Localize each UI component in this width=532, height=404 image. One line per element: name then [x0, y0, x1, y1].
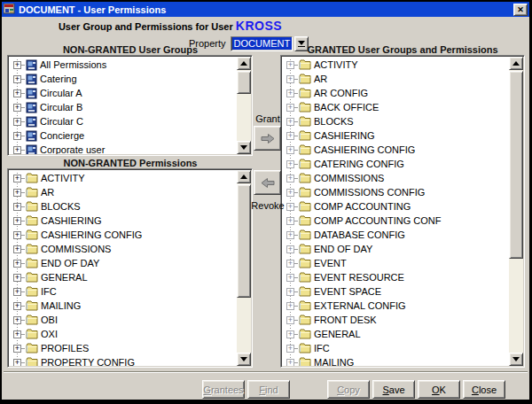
revoke-button[interactable] [254, 170, 281, 195]
expand-plus-icon[interactable]: + [13, 175, 21, 183]
tree-item[interactable]: +IFC [13, 284, 237, 299]
tree-item[interactable]: +ACTIVITY [286, 58, 509, 72]
tree-item[interactable]: +ACTIVITY [13, 171, 237, 185]
tree-item[interactable]: +EVENT [286, 256, 509, 270]
tree-item[interactable]: +Circular C [13, 114, 237, 128]
grant-button[interactable] [254, 126, 281, 151]
expand-plus-icon[interactable]: + [286, 316, 294, 324]
expand-plus-icon[interactable]: + [13, 302, 21, 310]
tree-item[interactable]: +IFC [286, 341, 509, 355]
tree-item[interactable]: +GENERAL [13, 270, 237, 284]
expand-plus-icon[interactable]: + [286, 175, 294, 183]
expand-plus-icon[interactable]: + [286, 160, 294, 168]
tree-item[interactable]: +CASHIERING [13, 214, 237, 228]
tree-item[interactable]: +Catering [13, 72, 237, 86]
expand-plus-icon[interactable]: + [286, 245, 294, 253]
scrollbar-thumb[interactable] [237, 71, 251, 94]
tree-item[interactable]: +CASHIERING CONFIG [286, 143, 509, 157]
tree-item[interactable]: +BACK OFFICE [286, 100, 509, 114]
tree-item[interactable]: +EXTERNAL CONFIG [286, 299, 509, 313]
tree-item[interactable]: +DATABASE CONFIG [286, 228, 509, 242]
expand-plus-icon[interactable]: + [13, 231, 21, 239]
expand-plus-icon[interactable]: + [13, 104, 21, 112]
tree-item[interactable]: +COMMISSIONS [286, 171, 509, 185]
expand-plus-icon[interactable]: + [13, 274, 21, 282]
expand-plus-icon[interactable]: + [286, 217, 294, 225]
close-icon[interactable]: ✕ [513, 4, 528, 16]
tree-item[interactable]: +FRONT DESK [286, 313, 509, 327]
expand-plus-icon[interactable]: + [286, 189, 294, 197]
scroll-down-icon[interactable] [237, 141, 251, 154]
expand-plus-icon[interactable]: + [13, 260, 21, 268]
expand-plus-icon[interactable]: + [286, 288, 294, 296]
scrollbar[interactable] [237, 170, 251, 366]
tree-item[interactable]: +Circular B [13, 100, 237, 114]
tree-item[interactable]: +AR [286, 72, 509, 86]
expand-plus-icon[interactable]: + [13, 345, 21, 353]
tree-item[interactable]: +GENERAL [286, 327, 509, 341]
tree-item[interactable]: +EVENT RESOURCE [286, 270, 509, 284]
expand-plus-icon[interactable]: + [13, 316, 21, 324]
expand-plus-icon[interactable]: + [13, 245, 21, 253]
expand-plus-icon[interactable]: + [286, 89, 294, 97]
tree-item[interactable]: +COMMISSIONS [13, 242, 237, 256]
expand-plus-icon[interactable]: + [286, 260, 294, 268]
scroll-up-icon[interactable] [509, 57, 523, 70]
tree-item[interactable]: +EVENT SPACE [286, 284, 509, 299]
expand-plus-icon[interactable]: + [13, 217, 21, 225]
tree-item[interactable]: +COMMISSIONS CONFIG [286, 185, 509, 199]
expand-plus-icon[interactable]: + [13, 203, 21, 211]
expand-plus-icon[interactable]: + [13, 146, 21, 154]
expand-plus-icon[interactable]: + [286, 118, 294, 126]
tree-item[interactable]: +BLOCKS [286, 114, 509, 128]
tree-item[interactable]: +END OF DAY [286, 242, 509, 256]
scrollbar[interactable] [509, 57, 523, 366]
expand-plus-icon[interactable]: + [286, 203, 294, 211]
tree-item[interactable]: +CATERING CONFIG [286, 157, 509, 171]
expand-plus-icon[interactable]: + [13, 132, 21, 140]
close-button[interactable]: Close [463, 380, 505, 399]
tree-item[interactable]: +COMP ACCOUNTING CONF [286, 214, 509, 228]
expand-plus-icon[interactable]: + [286, 104, 294, 112]
tree-item[interactable]: +Concierge [13, 128, 237, 143]
tree-item[interactable]: +CASHIERING [286, 128, 509, 143]
tree-item[interactable]: +OXI [13, 327, 237, 341]
tree-item[interactable]: +PROFILES [13, 341, 237, 355]
tree-item[interactable]: +BLOCKS [13, 199, 237, 214]
tree-item[interactable]: +Circular A [13, 86, 237, 100]
expand-plus-icon[interactable]: + [13, 89, 21, 97]
save-button[interactable]: Save [372, 380, 415, 399]
tree-item[interactable]: +MAILING [286, 355, 509, 366]
scroll-up-icon[interactable] [237, 57, 251, 70]
tree-item[interactable]: +COMP ACCOUNTING [286, 199, 509, 214]
expand-plus-icon[interactable]: + [286, 61, 294, 69]
expand-plus-icon[interactable]: + [286, 359, 294, 367]
expand-plus-icon[interactable]: + [13, 61, 21, 69]
expand-plus-icon[interactable]: + [13, 189, 21, 197]
scroll-down-icon[interactable] [237, 353, 251, 366]
expand-plus-icon[interactable]: + [286, 146, 294, 154]
tree-item[interactable]: +MAILING [13, 299, 237, 313]
tree-item[interactable]: +All Permissions [13, 58, 237, 72]
scroll-up-icon[interactable] [237, 170, 251, 183]
tree-item[interactable]: +PROPERTY CONFIG [13, 355, 237, 366]
expand-plus-icon[interactable]: + [286, 274, 294, 282]
expand-plus-icon[interactable]: + [13, 75, 21, 83]
expand-plus-icon[interactable]: + [13, 118, 21, 126]
tree-item[interactable]: +AR [13, 185, 237, 199]
tree-item[interactable]: +CASHIERING CONFIG [13, 228, 237, 242]
expand-plus-icon[interactable]: + [286, 75, 294, 83]
expand-plus-icon[interactable]: + [13, 330, 21, 338]
tree-item[interactable]: +END OF DAY [13, 256, 237, 270]
tree-item[interactable]: +Corporate user [13, 143, 237, 154]
expand-plus-icon[interactable]: + [13, 288, 21, 296]
expand-plus-icon[interactable]: + [286, 231, 294, 239]
scrollbar[interactable] [237, 57, 251, 154]
scrollbar-thumb[interactable] [237, 184, 251, 298]
expand-plus-icon[interactable]: + [286, 132, 294, 140]
tree-item[interactable]: +AR CONFIG [286, 86, 509, 100]
expand-plus-icon[interactable]: + [286, 345, 294, 353]
scrollbar-thumb[interactable] [509, 71, 523, 259]
tree-item[interactable]: +OBI [13, 313, 237, 327]
expand-plus-icon[interactable]: + [286, 330, 294, 338]
